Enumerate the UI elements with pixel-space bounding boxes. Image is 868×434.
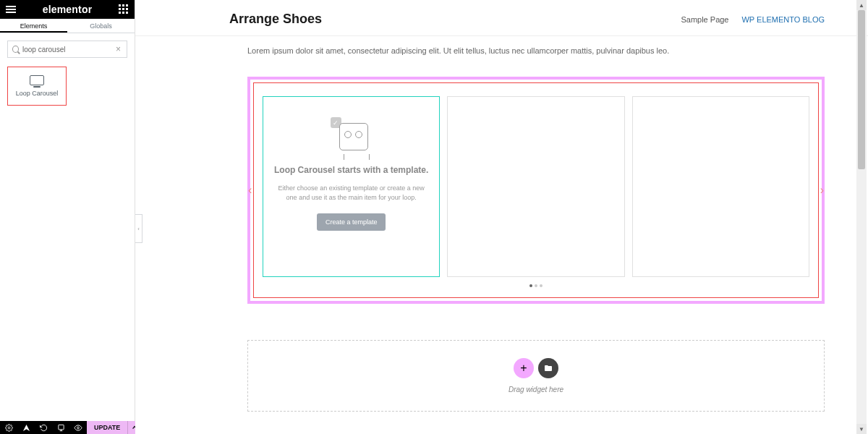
card-subtitle: Either choose an existing template or cr… bbox=[273, 184, 429, 203]
widgets-panel: Loop Carousel bbox=[0, 59, 135, 421]
carousel-dot[interactable] bbox=[540, 284, 542, 287]
drop-hint: Drag widget here bbox=[248, 386, 824, 393]
widget-search: × bbox=[7, 41, 127, 58]
widget-loop-carousel[interactable]: Loop Carousel bbox=[7, 67, 67, 106]
responsive-button[interactable] bbox=[52, 421, 69, 434]
clear-search-icon[interactable]: × bbox=[114, 44, 122, 54]
sidebar-tabs: Elements Globals bbox=[0, 19, 135, 33]
page-title: Arrange Shoes bbox=[229, 12, 322, 27]
nav-sample-page[interactable]: Sample Page bbox=[681, 15, 728, 24]
search-icon bbox=[12, 46, 19, 53]
add-template-button[interactable] bbox=[538, 358, 558, 378]
apps-icon[interactable] bbox=[119, 4, 129, 14]
elementor-sidebar: elementor Elements Globals × Loop Carous… bbox=[0, 0, 135, 434]
carousel-icon bbox=[30, 75, 44, 85]
carousel-dot[interactable] bbox=[535, 284, 537, 287]
header-nav: Sample Page WP ELEMENTO BLOG bbox=[681, 15, 825, 24]
sidebar-bottombar: UPDATE bbox=[0, 421, 135, 434]
carousel-card-empty bbox=[632, 96, 809, 277]
svg-point-0 bbox=[8, 427, 10, 429]
navigator-button[interactable] bbox=[17, 421, 35, 434]
history-button[interactable] bbox=[35, 421, 52, 434]
intro-text: Lorem ipsum dolor sit amet, consectetur … bbox=[247, 46, 825, 55]
carousel-dot[interactable] bbox=[529, 284, 532, 287]
preview-button[interactable] bbox=[69, 421, 87, 434]
scroll-down-icon[interactable]: ▼ bbox=[856, 424, 867, 434]
mascot-icon: ✓ bbox=[326, 117, 377, 157]
create-template-button[interactable]: Create a template bbox=[317, 213, 386, 231]
svg-point-2 bbox=[77, 427, 80, 429]
add-section-zone[interactable]: + Drag widget here bbox=[247, 340, 825, 412]
brand-logo: elementor bbox=[43, 4, 93, 15]
widget-label: Loop Carousel bbox=[16, 90, 59, 97]
add-section-button[interactable]: + bbox=[514, 358, 534, 378]
tab-globals[interactable]: Globals bbox=[67, 19, 135, 33]
vertical-scrollbar[interactable]: ▲ ▼ bbox=[856, 0, 867, 434]
menu-icon[interactable] bbox=[6, 6, 16, 13]
search-input[interactable] bbox=[22, 46, 114, 54]
tab-elements[interactable]: Elements bbox=[0, 19, 67, 33]
svg-rect-1 bbox=[58, 425, 63, 429]
sidebar-topbar: elementor bbox=[0, 0, 135, 19]
carousel-dots bbox=[263, 284, 809, 287]
editor-canvas: Arrange Shoes Sample Page WP ELEMENTO BL… bbox=[135, 0, 868, 434]
sidebar-collapse-handle[interactable]: ‹ bbox=[135, 214, 142, 243]
page-header: Arrange Shoes Sample Page WP ELEMENTO BL… bbox=[135, 0, 868, 36]
update-button[interactable]: UPDATE bbox=[87, 421, 127, 434]
section-selected[interactable]: ‹ › ✓ bbox=[247, 77, 825, 304]
carousel-next-icon[interactable]: › bbox=[820, 184, 824, 197]
loop-carousel-widget[interactable]: ‹ › ✓ bbox=[253, 82, 819, 298]
carousel-card-template-prompt[interactable]: ✓ Loop Carousel starts with a template. … bbox=[263, 96, 440, 277]
nav-blog[interactable]: WP ELEMENTO BLOG bbox=[741, 15, 825, 24]
settings-button[interactable] bbox=[0, 421, 17, 434]
carousel-card-empty bbox=[447, 96, 624, 277]
scroll-up-icon[interactable]: ▲ bbox=[856, 0, 867, 10]
card-title: Loop Carousel starts with a template. bbox=[273, 164, 429, 176]
carousel-prev-icon[interactable]: ‹ bbox=[248, 184, 252, 197]
scroll-thumb[interactable] bbox=[858, 10, 865, 169]
